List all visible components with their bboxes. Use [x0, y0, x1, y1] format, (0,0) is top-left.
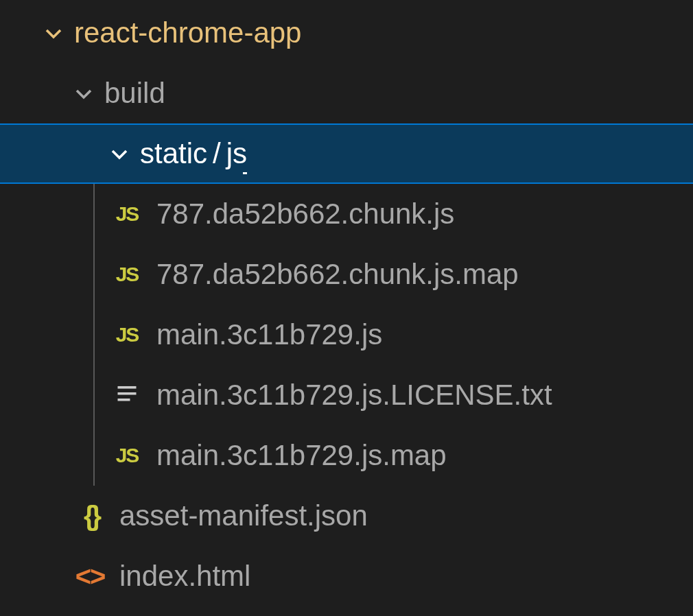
- json-file-icon: { }: [70, 501, 110, 531]
- folder-label: react-chrome-app: [74, 16, 301, 49]
- js-file-icon: JS: [107, 259, 147, 289]
- tree-file[interactable]: JS main.3c11b729.js.map: [0, 425, 693, 486]
- file-label: main.3c11b729.js: [156, 318, 382, 351]
- tree-folder-static-js[interactable]: static / js: [0, 123, 693, 184]
- folder-label: build: [104, 77, 165, 110]
- html-file-icon: <>: [70, 561, 110, 591]
- js-file-icon: JS: [107, 320, 147, 350]
- tree-file[interactable]: JS main.3c11b729.js: [0, 305, 693, 365]
- file-label: asset-manifest.json: [119, 499, 368, 532]
- tree-file[interactable]: JS 787.da52b662.chunk.js.map: [0, 244, 693, 305]
- file-label: main.3c11b729.js.map: [156, 439, 447, 472]
- js-file-icon: JS: [107, 440, 147, 471]
- path-separator: /: [213, 137, 221, 170]
- tree-children-static-js: JS 787.da52b662.chunk.js JS 787.da52b662…: [0, 184, 693, 486]
- tree-folder-root[interactable]: react-chrome-app: [0, 3, 693, 63]
- tree-file[interactable]: { } asset-manifest.json: [0, 486, 693, 546]
- file-label: 787.da52b662.chunk.js.map: [156, 258, 519, 291]
- folder-path-seg2: js: [226, 137, 247, 170]
- file-explorer-tree: react-chrome-app build static / js JS 78…: [0, 0, 693, 606]
- js-file-icon: JS: [107, 199, 147, 229]
- file-label: 787.da52b662.chunk.js: [156, 198, 454, 230]
- file-label: main.3c11b729.js.LICENSE.txt: [156, 379, 552, 412]
- chevron-down-icon: [38, 18, 69, 48]
- tree-file[interactable]: <> index.html: [0, 546, 693, 606]
- folder-path-seg1: static: [140, 137, 207, 170]
- tree-file[interactable]: main.3c11b729.js.LICENSE.txt: [0, 365, 693, 425]
- tree-file[interactable]: JS 787.da52b662.chunk.js: [0, 184, 693, 244]
- tree-folder-build[interactable]: build: [0, 63, 693, 123]
- chevron-down-icon: [69, 78, 99, 108]
- text-file-icon: [107, 380, 147, 410]
- chevron-down-icon: [104, 139, 134, 169]
- file-label: index.html: [119, 560, 250, 593]
